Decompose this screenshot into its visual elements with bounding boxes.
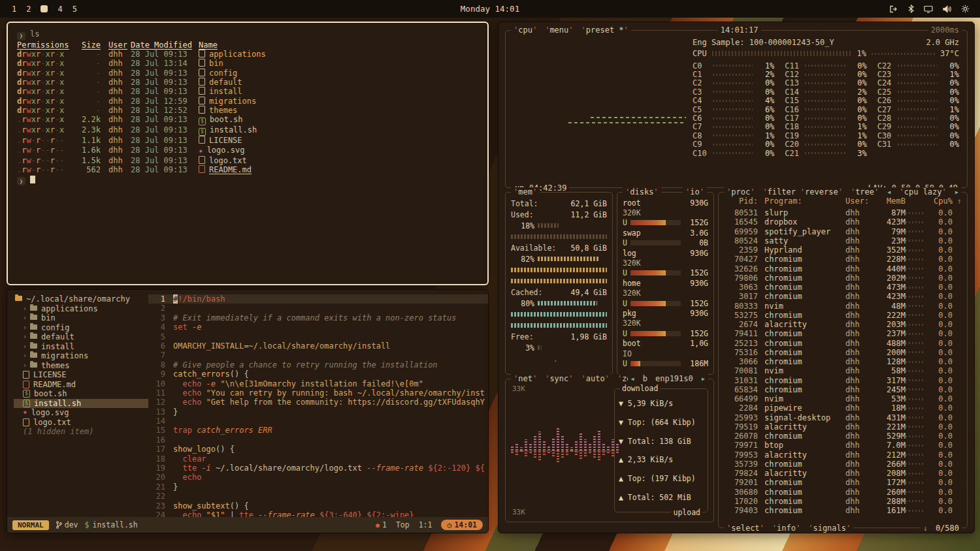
process-row[interactable]: 66499nvimdhh53M0.0 — [724, 394, 962, 403]
process-row[interactable]: 79201chromiumdhh172M0.0 — [724, 478, 962, 487]
tree-item-default[interactable]: ›default — [14, 332, 148, 342]
tree-button[interactable]: tree — [851, 187, 879, 197]
settings-icon[interactable] — [961, 5, 970, 13]
process-row[interactable]: 2359Hyprlanddhh352M0.0 — [724, 245, 962, 255]
process-row[interactable]: 79971btopdhh7.0M0.0 — [724, 441, 962, 450]
tree-root[interactable]: ~/.local/share/omarchy — [14, 294, 148, 304]
folder-icon — [30, 362, 37, 368]
process-row[interactable]: 31031chromiumdhh317M0.0 — [724, 376, 962, 385]
workspace-2[interactable]: 2 — [26, 5, 31, 14]
tree-item-LICENSE[interactable]: LICENSE — [14, 370, 148, 380]
tree-item-install.sh[interactable]: $install.sh — [14, 399, 148, 409]
scroll-down-icon[interactable]: ↓ — [923, 524, 928, 533]
tree-item-logo.txt[interactable]: logo.txt — [14, 418, 148, 428]
net-sync-button[interactable]: sync — [545, 374, 573, 383]
reverse-button[interactable]: reverse — [800, 187, 843, 197]
tree-item-README.md[interactable]: README.md — [14, 380, 148, 390]
tree-item-migrations[interactable]: ›migrations — [14, 351, 148, 361]
process-row[interactable]: 79519alacrittydhh221M0.0 — [724, 422, 962, 432]
process-row[interactable]: 80531slurpdhh87M0.0 — [724, 208, 962, 217]
iface-prev-icon[interactable]: ◂ — [630, 374, 635, 383]
process-row[interactable]: 17020chromiumdhh288M0.0 — [724, 497, 962, 506]
signals-button[interactable]: signals — [808, 524, 851, 533]
process-row[interactable]: 79411chromiumdhh237M0.0 — [724, 329, 962, 338]
workspace-4[interactable]: 4 — [57, 5, 62, 14]
tree-item-config[interactable]: ›config — [14, 323, 148, 333]
cpu-core-C12: C120% — [785, 70, 866, 78]
net-up-bar — [561, 450, 564, 458]
process-row[interactable]: 70081nvimdhh58M0.0 — [724, 366, 962, 375]
process-row[interactable]: 25993signal-desktopdhh431M0.0 — [724, 413, 962, 422]
process-row[interactable]: 80333nvimdhh48M0.0 — [724, 302, 962, 311]
process-row[interactable]: 2284pipewiredhh18M0.0 — [724, 403, 962, 413]
process-row[interactable]: 79953alacrittydhh212M0.0 — [724, 450, 962, 460]
tree-item-install[interactable]: ›install — [14, 342, 148, 352]
refresh-interval[interactable]: 2000ms — [931, 25, 959, 35]
filter-button[interactable]: filter — [762, 187, 800, 197]
process-row[interactable]: 69959spotify_playerdhh79M0.0 — [724, 227, 962, 236]
sort-next-icon[interactable]: ▸ — [955, 187, 959, 197]
select-button[interactable]: select — [727, 524, 764, 533]
code-editor[interactable]: 1#!/bin/bash23# Exit immediately if a co… — [148, 290, 488, 517]
process-row[interactable]: 79403chromiumdhh161M0.0 — [724, 506, 962, 515]
logout-icon[interactable] — [889, 5, 898, 13]
code-line: 12 echo "Get help from the community: ht… — [148, 398, 488, 407]
code-line: 22 — [148, 492, 488, 501]
process-row[interactable]: 32626chromiumdhh440M0.0 — [724, 264, 962, 274]
screenshare-icon[interactable] — [924, 5, 933, 13]
process-row[interactable]: 16545dropboxdhh423M0.0 — [724, 217, 962, 227]
process-row[interactable]: 75316chromiumdhh200M0.0 — [724, 348, 962, 357]
file-row: drwxr-xr-x-dhh28 Jul 12:52themes — [17, 106, 478, 115]
process-row[interactable]: 30680chromiumdhh260M0.0 — [724, 488, 962, 497]
io-toggle-button[interactable]: io — [685, 187, 704, 197]
tree-item-boot.sh[interactable]: $boot.sh — [14, 389, 148, 399]
dir-file-icon — [199, 87, 205, 95]
iface-next-icon[interactable]: ▸ — [701, 374, 706, 383]
network-graph: 33K 33K — [511, 385, 618, 516]
mem-row — [511, 264, 607, 276]
info-button[interactable]: info — [772, 524, 800, 533]
process-row[interactable]: 79824alacrittydhh208M0.0 — [724, 469, 962, 478]
process-row[interactable]: 53275chromiumdhh222M0.0 — [724, 311, 962, 320]
mem-row: Cached:49,4 GiB — [511, 287, 607, 298]
process-row[interactable]: 26078chromiumdhh529M0.0 — [724, 432, 962, 441]
menu-button[interactable]: menu — [545, 25, 573, 35]
net-b-button[interactable]: b — [643, 374, 647, 383]
shell-file-icon: $ — [23, 400, 30, 407]
git-branch[interactable]: dev — [56, 520, 78, 529]
workspace-1[interactable]: 1 — [12, 5, 16, 14]
ls-file-list: drwxr-xr-x-dhh28 Jul 09:13applicationsdr… — [17, 50, 478, 175]
process-row[interactable]: 2674alacrittydhh203M0.0 — [724, 320, 962, 329]
process-row[interactable]: 79806chromiumdhh202M0.0 — [724, 274, 962, 283]
volume-icon[interactable] — [943, 5, 951, 13]
tree-item-themes[interactable]: ›themes — [14, 361, 148, 371]
cpu-core-C21: C213% — [785, 149, 866, 157]
diagnostics[interactable]: ●1 — [376, 520, 387, 529]
shell-file-icon: $ — [23, 390, 30, 398]
bluetooth-icon[interactable] — [908, 5, 914, 13]
disk-free: IO — [623, 349, 708, 358]
process-row[interactable]: 35739chromiumdhh266M0.0 — [724, 460, 962, 469]
sort-prev-icon[interactable]: ◂ — [887, 187, 891, 197]
code-line: 18 clear — [148, 454, 488, 464]
process-row[interactable]: 3066chromiumdhh128M0.0 — [724, 357, 962, 366]
process-row[interactable]: 25213chromiumdhh488M0.0 — [724, 339, 962, 348]
process-row[interactable]: 3063chromiumdhh473M0.0 — [724, 283, 962, 292]
cpu-core-C3: C30% — [693, 87, 774, 96]
terminal-content[interactable]: ❯ls PermissionsSizeUserDate ModifiedName… — [8, 23, 487, 192]
code-line: 6OMARCHY_INSTALL=~/.local/share/omarchy/… — [148, 341, 488, 351]
process-row[interactable]: 70427chromiumdhh228M0.0 — [724, 255, 962, 264]
workspace-5[interactable]: 5 — [73, 5, 77, 14]
preset-button[interactable]: preset * — [581, 25, 629, 35]
tree-item-bin[interactable]: ›bin — [14, 313, 148, 323]
shell-file-icon: $ — [199, 118, 206, 125]
tree-item-applications[interactable]: ›applications — [14, 304, 148, 314]
process-row[interactable]: 65834chromiumdhh245M0.0 — [724, 385, 962, 394]
bar-clock[interactable]: Monday 14:01 — [461, 4, 519, 14]
tree-item-logo.svg[interactable]: ✶logo.svg — [14, 408, 148, 418]
system-tray — [889, 5, 970, 13]
net-auto-button[interactable]: auto — [581, 374, 610, 383]
process-row[interactable]: 80524sattydhh23M0.0 — [724, 236, 962, 245]
workspace-active[interactable] — [41, 5, 48, 12]
process-row[interactable]: 3017chromiumdhh423M0.0 — [724, 292, 962, 301]
